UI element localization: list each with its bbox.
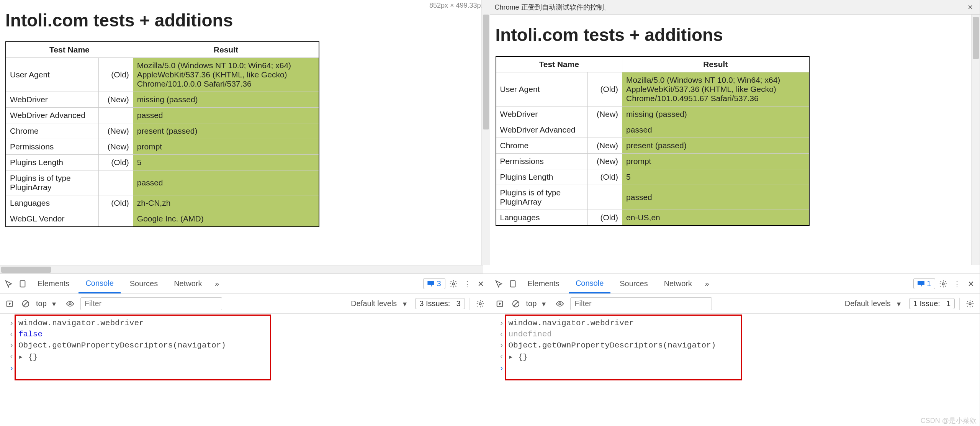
h-scroll-thumb[interactable] bbox=[1, 267, 51, 273]
cell-tag: (Old) bbox=[98, 195, 133, 211]
console-input-line: Object.getOwnPropertyDescriptors(navigat… bbox=[8, 340, 486, 351]
console-text: false bbox=[18, 330, 43, 339]
svg-rect-0 bbox=[20, 280, 25, 287]
issues-pill[interactable]: 3 Issues:3 bbox=[415, 298, 465, 309]
dimensions-label: 852px × 499.33px bbox=[429, 2, 484, 10]
v-scrollbar[interactable] bbox=[481, 0, 490, 265]
cell-result: 5 bbox=[133, 155, 319, 170]
cell-tag: (Old) bbox=[588, 210, 622, 226]
cell-tag: (New) bbox=[98, 123, 133, 139]
filter-input[interactable] bbox=[80, 297, 222, 310]
log-levels-selector[interactable]: Default levels ▾ bbox=[845, 298, 905, 310]
cell-test-name: Plugins is of type PluginArray bbox=[6, 170, 98, 195]
live-expression-icon[interactable] bbox=[554, 298, 566, 310]
console-output-line: false bbox=[8, 329, 486, 340]
svg-point-6 bbox=[479, 303, 481, 305]
tab-sources[interactable]: Sources bbox=[123, 274, 165, 293]
v-scroll-thumb[interactable] bbox=[483, 15, 489, 129]
cell-test-name: Chrome bbox=[496, 138, 588, 154]
table-row: WebDriver Advancedpassed bbox=[496, 122, 809, 138]
device-icon[interactable] bbox=[507, 278, 519, 290]
chevron-left-icon bbox=[499, 352, 505, 361]
right-pane: Chrome 正受到自动测试软件的控制。 × Intoli.com tests … bbox=[490, 0, 980, 426]
table-row: User Agent(Old)Mozilla/5.0 (Windows NT 1… bbox=[496, 72, 809, 106]
clear-console-icon[interactable] bbox=[20, 298, 31, 310]
tab-console[interactable]: Console bbox=[569, 274, 610, 293]
cell-test-name: WebDriver bbox=[496, 106, 588, 122]
left-pane: 852px × 499.33px Intoli.com tests + addi… bbox=[0, 0, 490, 426]
svg-line-4 bbox=[24, 301, 28, 306]
settings-icon[interactable] bbox=[937, 278, 949, 290]
log-levels-selector[interactable]: Default levels ▾ bbox=[351, 298, 411, 310]
settings-icon[interactable] bbox=[448, 278, 459, 290]
execution-context-icon[interactable] bbox=[4, 298, 15, 310]
page-content-left: 852px × 499.33px Intoli.com tests + addi… bbox=[0, 0, 490, 274]
cell-test-name: Languages bbox=[496, 210, 588, 226]
cell-tag bbox=[98, 108, 133, 123]
cell-result: Google Inc. (AMD) bbox=[133, 211, 319, 227]
tab-elements[interactable]: Elements bbox=[521, 274, 566, 293]
cell-test-name: WebDriver bbox=[6, 92, 98, 108]
chevron-right-icon bbox=[499, 341, 505, 350]
context-selector[interactable]: top▾ bbox=[36, 298, 60, 310]
inspect-icon[interactable] bbox=[493, 278, 505, 290]
issues-label: 1 Issue: bbox=[913, 299, 940, 308]
h-scrollbar[interactable] bbox=[0, 265, 483, 274]
tab-network[interactable]: Network bbox=[167, 274, 209, 293]
messages-badge[interactable]: 1 bbox=[913, 278, 935, 289]
table-row: Chrome(New)present (passed) bbox=[6, 123, 319, 139]
clear-console-icon[interactable] bbox=[510, 298, 522, 310]
issues-count: 1 bbox=[946, 299, 951, 308]
cell-result: passed bbox=[622, 122, 809, 138]
cell-test-name: Plugins Length bbox=[496, 169, 588, 185]
cell-result: prompt bbox=[133, 139, 319, 155]
levels-label: Default levels bbox=[845, 299, 891, 308]
tests-tbody-right: User Agent(Old)Mozilla/5.0 (Windows NT 1… bbox=[496, 72, 809, 226]
tab-sources[interactable]: Sources bbox=[613, 274, 654, 293]
console-output-left[interactable]: window.navigator.webdriverfalseObject.ge… bbox=[0, 314, 490, 378]
chevron-left-icon bbox=[8, 330, 15, 339]
svg-point-1 bbox=[452, 283, 455, 285]
tab-elements[interactable]: Elements bbox=[31, 274, 76, 293]
issues-pill[interactable]: 1 Issue:1 bbox=[909, 298, 955, 309]
messages-badge[interactable]: 3 bbox=[423, 278, 445, 289]
caret-down-icon: ▾ bbox=[399, 298, 411, 310]
cell-test-name: Permissions bbox=[6, 139, 98, 155]
live-expression-icon[interactable] bbox=[64, 298, 76, 310]
cell-tag: (Old) bbox=[588, 169, 622, 185]
table-row: Chrome(New)present (passed) bbox=[496, 138, 809, 154]
context-selector[interactable]: top▾ bbox=[526, 298, 550, 310]
execution-context-icon[interactable] bbox=[494, 298, 506, 310]
tab-network[interactable]: Network bbox=[657, 274, 699, 293]
console-settings-icon[interactable] bbox=[474, 298, 486, 310]
inspect-icon[interactable] bbox=[3, 278, 15, 290]
page-title: Intoli.com tests + additions bbox=[496, 25, 975, 45]
console-output-right[interactable]: window.navigator.webdriverundefinedObjec… bbox=[490, 314, 980, 378]
close-devtools-icon[interactable]: ✕ bbox=[965, 278, 977, 290]
cell-test-name: User Agent bbox=[496, 72, 588, 106]
tab-console[interactable]: Console bbox=[79, 274, 120, 293]
table-row: Languages(Old)zh-CN,zh bbox=[6, 195, 319, 211]
devtools-right: Elements Console Sources Network » 1 ⋮ ✕… bbox=[490, 274, 980, 426]
more-icon[interactable]: ⋮ bbox=[951, 278, 963, 290]
more-icon[interactable]: ⋮ bbox=[461, 278, 473, 290]
console-prompt[interactable] bbox=[8, 363, 486, 374]
v-scroll-thumb[interactable] bbox=[973, 17, 979, 59]
console-settings-icon[interactable] bbox=[964, 298, 976, 310]
caret-down-icon: ▾ bbox=[48, 298, 60, 310]
console-text: undefined bbox=[509, 330, 552, 339]
close-devtools-icon[interactable]: ✕ bbox=[475, 278, 487, 290]
console-prompt[interactable] bbox=[499, 363, 976, 374]
message-icon bbox=[918, 281, 924, 287]
table-row: Languages(Old)en-US,en bbox=[496, 210, 809, 226]
cell-test-name: WebDriver Advanced bbox=[496, 122, 588, 138]
chevron-left-icon bbox=[499, 330, 505, 339]
filter-input[interactable] bbox=[570, 297, 712, 310]
chevron-right-icon bbox=[499, 364, 505, 373]
v-scrollbar[interactable] bbox=[971, 15, 980, 265]
tabs-overflow-icon[interactable]: » bbox=[211, 278, 223, 290]
console-output-line: {} bbox=[8, 351, 486, 363]
context-label: top bbox=[526, 299, 537, 308]
tabs-overflow-icon[interactable]: » bbox=[701, 278, 713, 290]
device-icon[interactable] bbox=[17, 278, 28, 290]
